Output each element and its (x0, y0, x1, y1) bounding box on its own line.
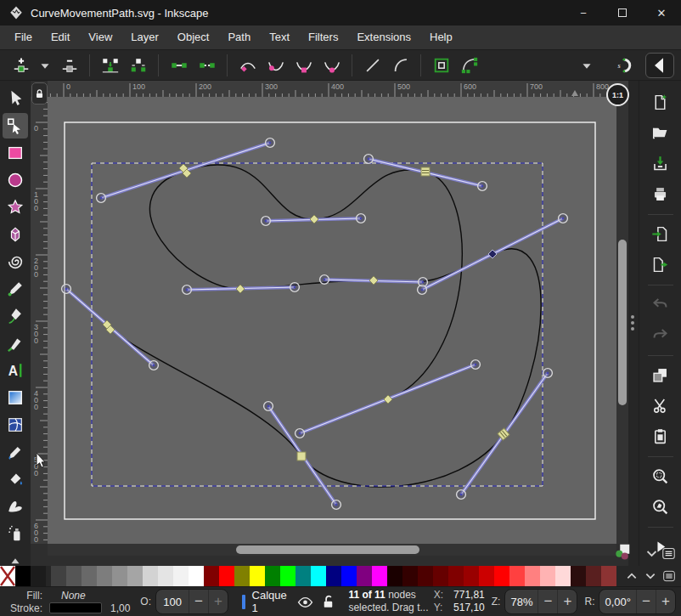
palette-swatch[interactable] (525, 566, 540, 586)
tool-bezier-pen[interactable] (3, 303, 28, 329)
tool-mesh-gradient[interactable] (3, 412, 28, 438)
palette-swatch[interactable] (31, 566, 46, 586)
stroke-color-swatch[interactable] (49, 602, 102, 613)
palette-swatch[interactable] (66, 566, 82, 586)
make-curve-button[interactable] (386, 52, 414, 78)
zoom-selection-button[interactable] (646, 461, 675, 490)
tool-paint-bucket[interactable] (3, 466, 28, 492)
fill-value[interactable]: None (49, 590, 130, 602)
palette-swatch[interactable] (341, 566, 357, 586)
palette-swatch[interactable] (509, 566, 525, 586)
panel-drag-handle-icon[interactable] (631, 315, 634, 331)
menu-item-text[interactable]: Text (260, 25, 299, 49)
tool-rectangle[interactable] (3, 140, 28, 166)
layer-lock-toggle[interactable] (320, 594, 336, 610)
menu-item-filters[interactable]: Filters (299, 25, 347, 49)
palette-swatch[interactable] (448, 566, 464, 586)
undo-button[interactable] (646, 290, 675, 319)
menu-item-help[interactable]: Help (420, 25, 462, 49)
palette-swatch[interactable] (479, 566, 494, 586)
corner-node-button[interactable] (234, 52, 262, 78)
node-handles-menu-button[interactable] (572, 52, 600, 78)
stroke-width-value[interactable]: 1,00 (110, 602, 130, 614)
palette-swatch[interactable] (555, 566, 571, 586)
palette-swatch[interactable] (158, 566, 173, 586)
palette-up-button[interactable] (623, 568, 640, 585)
palette-swatch[interactable] (372, 566, 387, 586)
tool-tweak[interactable] (3, 494, 28, 519)
palette-swatch[interactable] (540, 566, 555, 586)
tool-gradient[interactable] (3, 385, 28, 410)
palette-swatch[interactable] (219, 566, 234, 586)
redo-button[interactable] (646, 320, 675, 349)
duplicate-button[interactable] (646, 360, 675, 389)
rotation-decrease-button[interactable]: − (636, 590, 656, 613)
join-with-segment-button[interactable] (165, 52, 193, 78)
snap-controls-button[interactable]: s (609, 52, 637, 78)
insert-node-button[interactable] (7, 52, 35, 78)
current-layer-name[interactable]: Calque 1 (252, 589, 291, 614)
export-button[interactable] (646, 250, 675, 279)
break-nodes-button[interactable] (124, 52, 152, 78)
palette-swatch[interactable] (326, 566, 341, 586)
make-line-button[interactable] (358, 52, 386, 78)
horizontal-ruler[interactable]: 0100200300400500600700800 (48, 81, 628, 97)
object-to-path-button[interactable] (427, 52, 455, 78)
tool-selector[interactable] (3, 86, 28, 111)
tool-box-3d[interactable] (3, 222, 28, 247)
tool-calligraphy[interactable] (3, 331, 28, 356)
opacity-increase-button[interactable]: + (208, 590, 228, 613)
tool-spiral[interactable] (3, 249, 28, 274)
vertical-scrollbar[interactable] (616, 97, 628, 544)
horizontal-scrollbar[interactable] (48, 544, 616, 556)
palette-swatch[interactable] (357, 566, 372, 586)
zoom-decrease-button[interactable]: − (537, 590, 557, 613)
ruler-lock-button[interactable] (31, 82, 48, 105)
palette-swatch[interactable] (112, 566, 127, 586)
tool-spray[interactable] (3, 521, 28, 546)
path-node[interactable] (236, 285, 245, 293)
chevron-down-button[interactable] (643, 544, 661, 562)
insert-node-menu-button[interactable] (35, 52, 55, 78)
opacity-decrease-button[interactable]: − (189, 590, 208, 613)
fill-stroke-indicator[interactable]: Fill: None Stroke: 1,00 (5, 590, 130, 614)
zoom-value[interactable]: 78% (505, 596, 537, 608)
palette-menu-button[interactable] (661, 568, 678, 585)
palette-swatch[interactable] (15, 566, 31, 586)
palette-swatch[interactable] (418, 566, 433, 586)
palette-swatch[interactable] (586, 566, 601, 586)
palette-swatch[interactable] (127, 566, 143, 586)
curve-path[interactable] (109, 165, 541, 487)
horizontal-scrollbar-thumb[interactable] (236, 545, 419, 554)
tool-dropper[interactable] (3, 439, 28, 465)
stroke-to-path-button[interactable] (455, 52, 483, 78)
palette-swatch[interactable] (311, 566, 326, 586)
menu-item-path[interactable]: Path (218, 25, 260, 49)
menu-item-file[interactable]: File (5, 25, 42, 49)
commands-menu-button[interactable] (661, 544, 678, 562)
delete-segment-button[interactable] (193, 52, 221, 78)
folder-open-button[interactable] (646, 118, 675, 147)
palette-swatch[interactable] (295, 566, 311, 586)
palette-swatch[interactable] (204, 566, 219, 586)
palette-swatch[interactable] (280, 566, 295, 586)
palette-swatch-none[interactable] (0, 566, 15, 586)
join-nodes-button[interactable] (96, 52, 124, 78)
menu-item-layer[interactable]: Layer (121, 25, 168, 49)
rotation-increase-button[interactable]: + (656, 590, 675, 613)
palette-swatch[interactable] (234, 566, 250, 586)
palette-swatch[interactable] (265, 566, 280, 586)
palette-swatch[interactable] (97, 566, 112, 586)
smooth-node-button[interactable] (262, 52, 290, 78)
drawing-canvas[interactable] (48, 97, 616, 544)
palette-swatch[interactable] (494, 566, 509, 586)
palette-swatch[interactable] (51, 566, 66, 586)
palette-swatch[interactable] (250, 566, 265, 586)
path-node[interactable] (421, 167, 430, 176)
zoom-1-1-button[interactable]: 1:1 (606, 83, 629, 106)
palette-swatch[interactable] (402, 566, 418, 586)
tool-text[interactable]: A (3, 358, 28, 383)
vertical-ruler[interactable]: 0100200300400500600 (31, 97, 48, 544)
palette-down-button[interactable] (642, 568, 659, 585)
palette-swatch[interactable] (143, 566, 158, 586)
